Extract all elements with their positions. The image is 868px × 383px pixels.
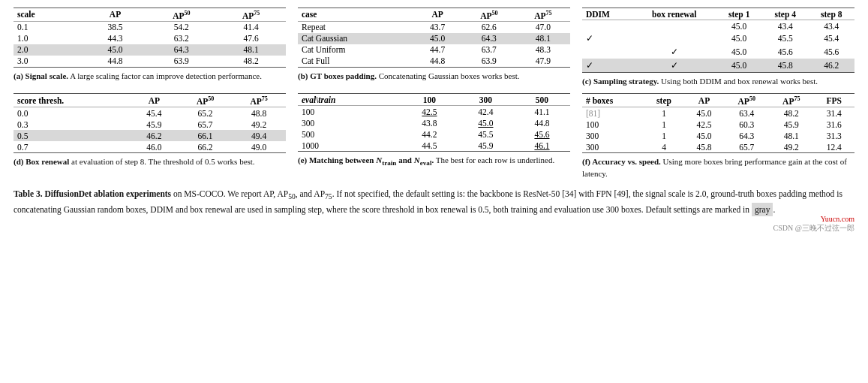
- caption-f: (f) Accuracy vs. speed. Using more boxes…: [582, 156, 854, 179]
- cell: 45.4: [808, 32, 854, 45]
- col-step-f: step: [644, 94, 683, 107]
- cell: 45.0: [458, 117, 514, 128]
- col-step8: step 8: [808, 8, 854, 20]
- table-row: 3.0 44.8 63.9 48.2: [14, 56, 286, 68]
- cell: 45.6: [808, 45, 854, 59]
- caption-a: (a) Signal scale. A large scaling factor…: [14, 71, 286, 82]
- cell: 1: [644, 107, 683, 119]
- cell: 44.8: [413, 56, 462, 68]
- col-ap-d: AP: [130, 94, 179, 107]
- table-row: ✓ 45.0 45.6 45.6: [582, 45, 854, 59]
- cell: 45.0: [716, 32, 762, 45]
- cell: 66.1: [179, 130, 233, 141]
- cell: 46.1: [514, 140, 570, 152]
- table-row: ✓ 45.0 45.5 45.4: [582, 32, 854, 45]
- table-row: 300 1 45.0 64.3 48.1 31.3: [582, 130, 854, 141]
- col-ap75-b: AP75: [516, 8, 570, 22]
- table-row: 0.0 45.4 65.2 48.8: [14, 107, 286, 119]
- cell: 42.5: [684, 119, 725, 130]
- cell: 1: [644, 119, 683, 130]
- cell: 43.7: [413, 21, 462, 33]
- cell: 1.0: [14, 33, 84, 44]
- table-row: 100 42.5 42.4 41.1: [298, 106, 570, 118]
- col-eval-train: eval\train: [298, 94, 401, 106]
- col-step4: step 4: [762, 8, 809, 20]
- cell: 44.8: [84, 56, 147, 68]
- cell: 300: [582, 141, 644, 153]
- cell: 65.7: [179, 119, 233, 130]
- caption-f-label: (f) Accuracy vs. speed.: [582, 157, 661, 166]
- cell: 64.3: [724, 130, 769, 141]
- cell: 46.0: [130, 141, 179, 153]
- cell: 65.2: [179, 107, 233, 119]
- cell: 45.0: [716, 45, 762, 59]
- caption-e: (e) Matching between Ntrain and Neval. T…: [298, 155, 570, 168]
- cell: [632, 32, 716, 45]
- cell: 45.0: [716, 20, 762, 32]
- watermark-csdn: CSDN @三晚不过弦一郎: [773, 223, 854, 234]
- cell: 45.6: [514, 128, 570, 140]
- col-ap75-a: AP75: [216, 8, 286, 22]
- cell: 54.2: [146, 21, 216, 33]
- cell: 0.0: [14, 107, 130, 119]
- cell: Cat Full: [298, 56, 413, 68]
- cell: 41.4: [216, 21, 286, 33]
- gray-highlight: gray: [752, 203, 773, 216]
- table-row-highlighted: 0.5 46.2 66.1 49.4: [14, 130, 286, 141]
- cell: 45.0: [716, 59, 762, 73]
- bottom-tables-row: score thresh. AP AP50 AP75 0.0 45.4 65.2…: [14, 93, 854, 179]
- table-row: 100 1 42.5 60.3 45.9 31.6: [582, 119, 854, 130]
- table-d-section: score thresh. AP AP50 AP75 0.0 45.4 65.2…: [14, 93, 292, 179]
- cell: 300: [298, 117, 401, 128]
- caption-c-label: (c) Sampling strategy.: [582, 77, 659, 86]
- cell: 63.7: [462, 44, 516, 56]
- table-row-highlighted: 2.0 45.0 64.3 48.1: [14, 44, 286, 56]
- cell: ✓: [582, 59, 632, 73]
- cell: 45.8: [762, 59, 809, 73]
- cell: 62.6: [462, 21, 516, 33]
- table-e-section: eval\train 100 300 500 100 42.5 42.4 41.…: [292, 93, 576, 179]
- cell: 44.8: [514, 117, 570, 128]
- cell: 66.2: [179, 141, 233, 153]
- cell: 47.0: [516, 21, 570, 33]
- cell: 49.2: [232, 119, 286, 130]
- cell: 42.5: [401, 106, 458, 118]
- cell: 0.3: [14, 119, 130, 130]
- cell: Cat Uniform: [298, 44, 413, 56]
- cell: 63.2: [146, 33, 216, 44]
- cell: 4: [644, 141, 683, 153]
- cell: 43.4: [762, 20, 809, 32]
- table-row: 45.0 43.4 43.4: [582, 20, 854, 32]
- cell: 31.6: [814, 119, 854, 130]
- cell: [582, 45, 632, 59]
- cell: ✓: [582, 32, 632, 45]
- cell: 46.2: [130, 130, 179, 141]
- cell: [81]: [582, 107, 644, 119]
- table-b: case AP AP50 AP75 Repeat 43.7 62.6 47.0 …: [298, 8, 570, 68]
- watermark-yuucn: Yuucn.com: [821, 215, 854, 223]
- cell: 44.2: [401, 128, 458, 140]
- cell: 45.0: [413, 33, 462, 44]
- cell: 48.1: [516, 33, 570, 44]
- caption-d-label: (d) Box renewal: [14, 157, 69, 166]
- col-step1: step 1: [716, 8, 762, 20]
- cell: 45.8: [684, 141, 725, 153]
- col-case: case: [298, 8, 413, 22]
- cell: 500: [298, 128, 401, 140]
- cell: 45.9: [769, 119, 814, 130]
- col-ap50-b: AP50: [462, 8, 516, 22]
- cell: 63.9: [146, 56, 216, 68]
- table-f-section: # boxes step AP AP50 AP75 FPS [81] 1 45.…: [576, 93, 854, 179]
- cell: 31.4: [814, 107, 854, 119]
- cell: 48.3: [516, 44, 570, 56]
- caption-a-label: (a) Signal scale.: [14, 71, 68, 80]
- cell: 300: [582, 130, 644, 141]
- table-row-highlighted: ✓ ✓ 45.0 45.8 46.2: [582, 59, 854, 73]
- cell: 45.0: [684, 107, 725, 119]
- cell: 1: [644, 130, 683, 141]
- table-a: scale AP AP50 AP75 0.1 38.5 54.2 41.4 1.…: [14, 8, 286, 68]
- col-ap-b: AP: [413, 8, 462, 22]
- cell: 43.8: [401, 117, 458, 128]
- cell: 64.3: [462, 33, 516, 44]
- table-c-section: DDIM box renewal step 1 step 4 step 8 45…: [576, 8, 854, 87]
